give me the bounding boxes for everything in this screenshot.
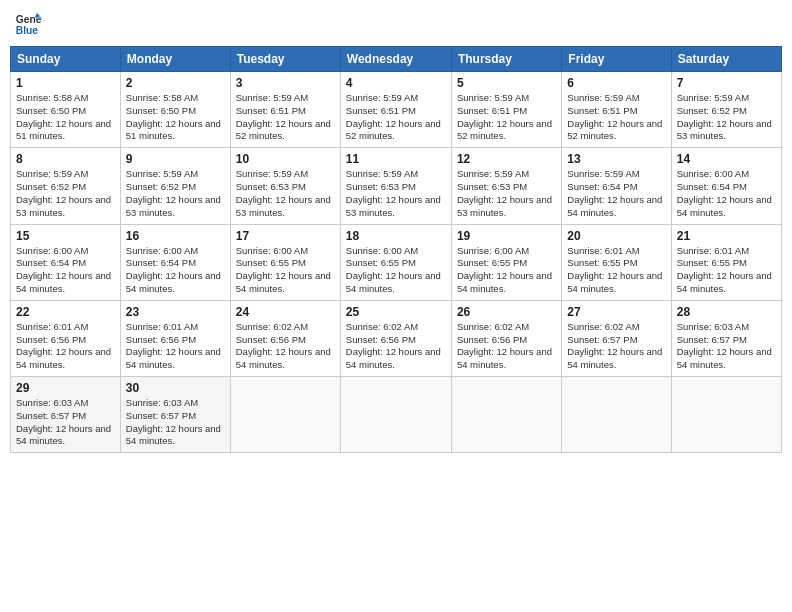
day-info: Sunrise: 6:02 AM Sunset: 6:56 PM Dayligh…: [236, 321, 335, 372]
day-cell-5: 5 Sunrise: 5:59 AM Sunset: 6:51 PM Dayli…: [451, 72, 561, 148]
day-number: 22: [16, 305, 115, 319]
col-sunday: Sunday: [11, 47, 121, 72]
header: General Blue: [10, 10, 782, 38]
day-cell-2: 2 Sunrise: 5:58 AM Sunset: 6:50 PM Dayli…: [120, 72, 230, 148]
day-cell-22: 22 Sunrise: 6:01 AM Sunset: 6:56 PM Dayl…: [11, 300, 121, 376]
day-cell-9: 9 Sunrise: 5:59 AM Sunset: 6:52 PM Dayli…: [120, 148, 230, 224]
day-cell-14: 14 Sunrise: 6:00 AM Sunset: 6:54 PM Dayl…: [671, 148, 781, 224]
day-number: 21: [677, 229, 776, 243]
day-cell-23: 23 Sunrise: 6:01 AM Sunset: 6:56 PM Dayl…: [120, 300, 230, 376]
day-info: Sunrise: 5:59 AM Sunset: 6:52 PM Dayligh…: [126, 168, 225, 219]
day-info: Sunrise: 5:59 AM Sunset: 6:54 PM Dayligh…: [567, 168, 665, 219]
day-number: 13: [567, 152, 665, 166]
svg-text:Blue: Blue: [16, 25, 39, 36]
day-number: 26: [457, 305, 556, 319]
col-friday: Friday: [562, 47, 671, 72]
day-cell-13: 13 Sunrise: 5:59 AM Sunset: 6:54 PM Dayl…: [562, 148, 671, 224]
day-number: 5: [457, 76, 556, 90]
calendar: Sunday Monday Tuesday Wednesday Thursday…: [10, 46, 782, 453]
day-cell-24: 24 Sunrise: 6:02 AM Sunset: 6:56 PM Dayl…: [230, 300, 340, 376]
day-number: 19: [457, 229, 556, 243]
day-number: 3: [236, 76, 335, 90]
day-info: Sunrise: 6:00 AM Sunset: 6:54 PM Dayligh…: [677, 168, 776, 219]
day-info: Sunrise: 6:02 AM Sunset: 6:56 PM Dayligh…: [346, 321, 446, 372]
day-info: Sunrise: 6:02 AM Sunset: 6:56 PM Dayligh…: [457, 321, 556, 372]
empty-cell: [230, 377, 340, 453]
day-cell-28: 28 Sunrise: 6:03 AM Sunset: 6:57 PM Dayl…: [671, 300, 781, 376]
col-saturday: Saturday: [671, 47, 781, 72]
day-info: Sunrise: 6:01 AM Sunset: 6:55 PM Dayligh…: [567, 245, 665, 296]
col-tuesday: Tuesday: [230, 47, 340, 72]
day-info: Sunrise: 5:59 AM Sunset: 6:51 PM Dayligh…: [236, 92, 335, 143]
day-number: 24: [236, 305, 335, 319]
day-cell-6: 6 Sunrise: 5:59 AM Sunset: 6:51 PM Dayli…: [562, 72, 671, 148]
day-number: 11: [346, 152, 446, 166]
day-number: 25: [346, 305, 446, 319]
day-number: 17: [236, 229, 335, 243]
day-info: Sunrise: 6:01 AM Sunset: 6:56 PM Dayligh…: [16, 321, 115, 372]
day-info: Sunrise: 5:59 AM Sunset: 6:51 PM Dayligh…: [346, 92, 446, 143]
day-number: 6: [567, 76, 665, 90]
day-info: Sunrise: 6:00 AM Sunset: 6:55 PM Dayligh…: [457, 245, 556, 296]
day-cell-3: 3 Sunrise: 5:59 AM Sunset: 6:51 PM Dayli…: [230, 72, 340, 148]
day-cell-1: 1 Sunrise: 5:58 AM Sunset: 6:50 PM Dayli…: [11, 72, 121, 148]
day-info: Sunrise: 6:01 AM Sunset: 6:56 PM Dayligh…: [126, 321, 225, 372]
day-info: Sunrise: 5:59 AM Sunset: 6:53 PM Dayligh…: [457, 168, 556, 219]
day-number: 8: [16, 152, 115, 166]
logo-icon: General Blue: [14, 10, 42, 38]
day-cell-29: 29 Sunrise: 6:03 AM Sunset: 6:57 PM Dayl…: [11, 377, 121, 453]
calendar-header-row: Sunday Monday Tuesday Wednesday Thursday…: [11, 47, 782, 72]
day-info: Sunrise: 6:00 AM Sunset: 6:54 PM Dayligh…: [126, 245, 225, 296]
day-cell-8: 8 Sunrise: 5:59 AM Sunset: 6:52 PM Dayli…: [11, 148, 121, 224]
day-number: 29: [16, 381, 115, 395]
day-info: Sunrise: 6:03 AM Sunset: 6:57 PM Dayligh…: [16, 397, 115, 448]
empty-cell: [671, 377, 781, 453]
day-cell-12: 12 Sunrise: 5:59 AM Sunset: 6:53 PM Dayl…: [451, 148, 561, 224]
day-info: Sunrise: 6:01 AM Sunset: 6:55 PM Dayligh…: [677, 245, 776, 296]
day-info: Sunrise: 5:59 AM Sunset: 6:53 PM Dayligh…: [346, 168, 446, 219]
day-number: 12: [457, 152, 556, 166]
day-number: 2: [126, 76, 225, 90]
day-info: Sunrise: 6:03 AM Sunset: 6:57 PM Dayligh…: [677, 321, 776, 372]
col-thursday: Thursday: [451, 47, 561, 72]
day-number: 27: [567, 305, 665, 319]
day-number: 23: [126, 305, 225, 319]
day-number: 15: [16, 229, 115, 243]
day-info: Sunrise: 5:58 AM Sunset: 6:50 PM Dayligh…: [126, 92, 225, 143]
day-number: 14: [677, 152, 776, 166]
day-info: Sunrise: 6:00 AM Sunset: 6:55 PM Dayligh…: [236, 245, 335, 296]
empty-cell: [340, 377, 451, 453]
day-info: Sunrise: 6:00 AM Sunset: 6:55 PM Dayligh…: [346, 245, 446, 296]
day-cell-25: 25 Sunrise: 6:02 AM Sunset: 6:56 PM Dayl…: [340, 300, 451, 376]
day-info: Sunrise: 5:59 AM Sunset: 6:52 PM Dayligh…: [16, 168, 115, 219]
day-number: 18: [346, 229, 446, 243]
day-info: Sunrise: 5:59 AM Sunset: 6:51 PM Dayligh…: [457, 92, 556, 143]
day-number: 20: [567, 229, 665, 243]
day-cell-7: 7 Sunrise: 5:59 AM Sunset: 6:52 PM Dayli…: [671, 72, 781, 148]
day-number: 10: [236, 152, 335, 166]
day-number: 30: [126, 381, 225, 395]
day-cell-17: 17 Sunrise: 6:00 AM Sunset: 6:55 PM Dayl…: [230, 224, 340, 300]
day-number: 4: [346, 76, 446, 90]
day-cell-19: 19 Sunrise: 6:00 AM Sunset: 6:55 PM Dayl…: [451, 224, 561, 300]
day-number: 1: [16, 76, 115, 90]
day-cell-27: 27 Sunrise: 6:02 AM Sunset: 6:57 PM Dayl…: [562, 300, 671, 376]
day-cell-20: 20 Sunrise: 6:01 AM Sunset: 6:55 PM Dayl…: [562, 224, 671, 300]
day-info: Sunrise: 6:03 AM Sunset: 6:57 PM Dayligh…: [126, 397, 225, 448]
empty-cell: [451, 377, 561, 453]
logo: General Blue: [14, 10, 46, 38]
day-info: Sunrise: 6:00 AM Sunset: 6:54 PM Dayligh…: [16, 245, 115, 296]
col-wednesday: Wednesday: [340, 47, 451, 72]
empty-cell: [562, 377, 671, 453]
day-number: 16: [126, 229, 225, 243]
day-cell-11: 11 Sunrise: 5:59 AM Sunset: 6:53 PM Dayl…: [340, 148, 451, 224]
day-info: Sunrise: 5:59 AM Sunset: 6:52 PM Dayligh…: [677, 92, 776, 143]
day-cell-21: 21 Sunrise: 6:01 AM Sunset: 6:55 PM Dayl…: [671, 224, 781, 300]
day-info: Sunrise: 5:59 AM Sunset: 6:51 PM Dayligh…: [567, 92, 665, 143]
day-info: Sunrise: 6:02 AM Sunset: 6:57 PM Dayligh…: [567, 321, 665, 372]
day-cell-15: 15 Sunrise: 6:00 AM Sunset: 6:54 PM Dayl…: [11, 224, 121, 300]
day-cell-18: 18 Sunrise: 6:00 AM Sunset: 6:55 PM Dayl…: [340, 224, 451, 300]
day-cell-16: 16 Sunrise: 6:00 AM Sunset: 6:54 PM Dayl…: [120, 224, 230, 300]
day-number: 9: [126, 152, 225, 166]
col-monday: Monday: [120, 47, 230, 72]
